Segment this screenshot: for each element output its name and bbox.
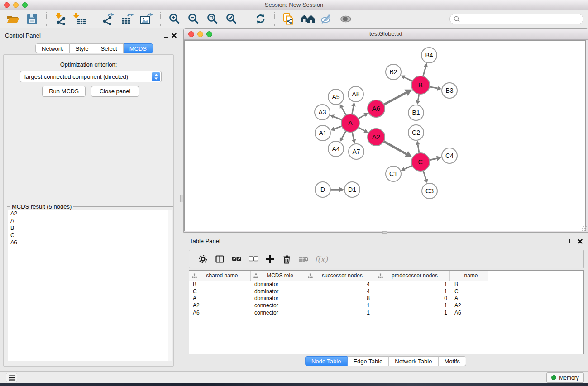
mcds-result-list[interactable]: A2ABCA6 <box>8 210 172 361</box>
edge-D-D1[interactable] <box>330 187 344 192</box>
table-settings-button[interactable] <box>198 254 209 265</box>
hide-annotations-button[interactable] <box>320 12 334 26</box>
tab-network[interactable]: Network <box>35 43 70 53</box>
edge-A2-C[interactable] <box>384 141 412 157</box>
graph-node-C4[interactable]: C4 <box>442 148 457 163</box>
network-graph[interactable]: AA1A2A3A4A5A6A7A8BB1B2B3B4CC1C2C3C4DD1 <box>185 41 585 231</box>
close-panel-icon[interactable] <box>172 33 177 38</box>
export-network-button[interactable] <box>101 12 115 26</box>
delete-table-button[interactable] <box>298 254 309 265</box>
memory-button[interactable]: Memory <box>546 372 584 383</box>
table-row-C[interactable]: Cdominator41C <box>189 288 583 295</box>
graph-node-B4[interactable]: B4 <box>421 48 437 63</box>
close-table-panel-icon[interactable] <box>578 239 583 244</box>
mcds-list-scrollbar[interactable] <box>168 210 172 361</box>
column-header-successor-nodes[interactable]: successor nodes <box>305 271 375 281</box>
edge-A-A8[interactable] <box>351 102 355 114</box>
table-row-B[interactable]: Bdominator41B <box>189 281 583 288</box>
import-table-button[interactable] <box>72 12 87 26</box>
graph-node-A1[interactable]: A1 <box>315 125 330 141</box>
graph-node-D1[interactable]: D1 <box>344 182 360 197</box>
refresh-view-button[interactable] <box>253 12 268 26</box>
edge-B-B2[interactable] <box>401 75 412 81</box>
graph-node-A4[interactable]: A4 <box>328 141 344 157</box>
task-history-button[interactable] <box>6 373 17 382</box>
show-graphics-details-button[interactable] <box>339 12 353 26</box>
graph-node-B3[interactable]: B3 <box>442 83 457 98</box>
graph-node-A2[interactable]: A2 <box>368 129 385 146</box>
edge-C-C1[interactable] <box>401 166 412 171</box>
graph-node-A5[interactable]: A5 <box>328 89 344 105</box>
zoom-out-button[interactable] <box>186 12 201 26</box>
edge-C-C4[interactable] <box>430 156 442 161</box>
edge-A-A4[interactable] <box>340 131 346 142</box>
zoom-selected-button[interactable] <box>225 12 239 26</box>
zoom-network-button[interactable] <box>206 31 212 37</box>
graph-node-C3[interactable]: C3 <box>422 183 437 199</box>
tab-motifs[interactable]: Motifs <box>438 356 466 366</box>
import-network-button[interactable] <box>53 12 68 26</box>
save-session-button[interactable] <box>25 12 39 26</box>
network-window-titlebar[interactable]: testGlobe.txt <box>184 29 588 40</box>
table-row-A6[interactable]: A6connector11A6 <box>189 310 583 317</box>
graph-node-B2[interactable]: B2 <box>386 64 401 80</box>
edge-A-A1[interactable] <box>330 126 342 131</box>
close-network-button[interactable] <box>188 31 194 37</box>
duplicate-network-button[interactable] <box>282 12 296 26</box>
minimize-network-button[interactable] <box>197 31 203 37</box>
graph-node-A6[interactable]: A6 <box>368 100 385 117</box>
tab-mcds[interactable]: MCDS <box>124 43 153 53</box>
splitter-handle-horizontal[interactable] <box>382 231 387 234</box>
open-file-button[interactable] <box>6 12 20 26</box>
network-canvas[interactable]: AA1A2A3A4A5A6A7A8BB1B2B3B4CC1C2C3C4DD1 <box>184 40 586 231</box>
table-row-A2[interactable]: A2connector11A2 <box>189 302 583 310</box>
resize-grip-icon[interactable] <box>582 226 587 231</box>
graph-node-B[interactable]: B <box>411 76 430 94</box>
column-header-name[interactable]: name <box>450 271 488 281</box>
deselect-all-rows-button[interactable] <box>248 254 259 265</box>
edge-A-A5[interactable] <box>340 104 346 115</box>
zoom-window-button[interactable] <box>22 2 28 8</box>
graph-node-B1[interactable]: B1 <box>408 105 424 120</box>
zoom-in-button[interactable] <box>167 12 182 26</box>
graph-node-D[interactable]: D <box>315 182 330 197</box>
column-visibility-button[interactable] <box>215 254 225 265</box>
edge-A-A7[interactable] <box>352 132 356 144</box>
export-image-button[interactable] <box>139 12 153 26</box>
edge-A6-B[interactable] <box>384 90 412 105</box>
edge-A-A3[interactable] <box>330 114 342 120</box>
criterion-select[interactable]: largest connected component (directed) <box>20 71 162 82</box>
export-table-button[interactable] <box>120 12 134 26</box>
column-header-predecessor-nodes[interactable]: predecessor nodes <box>375 271 450 281</box>
edge-A-A6[interactable] <box>358 113 368 119</box>
edge-C-C3[interactable] <box>423 171 428 183</box>
graph-node-A7[interactable]: A7 <box>349 144 364 159</box>
column-header-shared-name[interactable]: shared name <box>189 271 251 281</box>
tab-select[interactable]: Select <box>95 43 124 53</box>
splitter-handle-vertical[interactable] <box>180 195 183 202</box>
table-row-A[interactable]: Adominator80A <box>189 295 583 302</box>
graph-node-C[interactable]: C <box>411 153 430 171</box>
tab-edge-table[interactable]: Edge Table <box>347 356 389 366</box>
column-header-MCDS-role[interactable]: MCDS role <box>251 271 305 281</box>
search-input[interactable] <box>462 16 583 23</box>
edge-C-C2[interactable] <box>416 141 420 153</box>
select-all-rows-button[interactable] <box>231 254 242 265</box>
delete-column-button[interactable] <box>282 254 292 265</box>
graph-node-C1[interactable]: C1 <box>386 166 401 181</box>
float-panel-icon[interactable] <box>164 33 168 38</box>
edge-B-B3[interactable] <box>430 86 442 90</box>
minimize-window-button[interactable] <box>13 2 19 8</box>
run-mcds-button[interactable]: Run MCDS <box>42 86 86 97</box>
graph-node-A3[interactable]: A3 <box>315 105 330 120</box>
graph-node-C2[interactable]: C2 <box>408 125 424 140</box>
graph-node-A8[interactable]: A8 <box>348 86 363 102</box>
close-panel-button[interactable]: Close panel <box>91 86 139 97</box>
tab-network-table[interactable]: Network Table <box>389 356 438 366</box>
edge-B-B1[interactable] <box>416 94 420 105</box>
edge-A-A2[interactable] <box>359 128 368 133</box>
graph-node-A[interactable]: A <box>341 114 359 132</box>
float-table-panel-icon[interactable] <box>569 239 574 243</box>
close-window-button[interactable] <box>4 2 10 8</box>
tab-node-table[interactable]: Node Table <box>305 356 348 366</box>
